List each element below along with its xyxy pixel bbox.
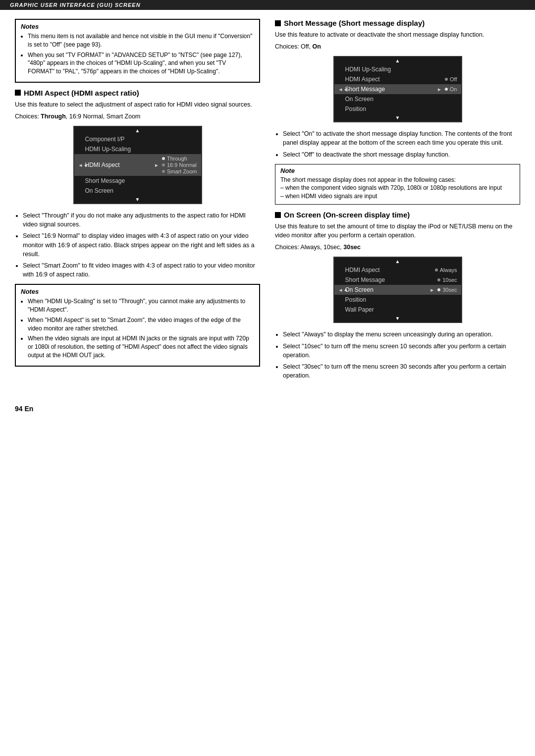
main-content: Notes This menu item is not available an… — [0, 10, 535, 400]
hdmi-aspect-body: Use this feature to select the adjustmen… — [15, 100, 260, 109]
note-line1: The short message display does not appea… — [280, 176, 515, 184]
choices-pre: Choices: Off, — [275, 43, 313, 50]
menu-top-arrow: ▲ — [334, 258, 461, 265]
on-screen-body: Use this feature to set the amount of ti… — [275, 222, 520, 240]
left-column: Notes This menu item is not available an… — [15, 19, 260, 385]
menu-row-position2: Position — [334, 295, 461, 305]
menu-row-short-msg2: ◄◄ Short Message ► On — [334, 84, 461, 94]
choices-bold: On — [313, 43, 321, 50]
menu-row-component: Component I/P — [74, 134, 201, 144]
note-line3: – when HDMI video signals are input — [280, 192, 515, 201]
square-bullet-icon — [275, 20, 281, 26]
menu-row-on-screen: On Screen — [74, 186, 201, 196]
menu-row-short-msg: Short Message — [74, 176, 201, 186]
short-message-menu: ▲ HDMI Up-Scaling HDMI Aspect Off ◄◄ — [333, 56, 462, 122]
bullet-item: Select "Smart Zoom" to fit video images … — [23, 261, 260, 279]
bullet-item: Select "Through" if you do not make any … — [23, 211, 260, 229]
hdmi-aspect-heading: HDMI Aspect (HDMI aspect ratio) — [15, 89, 260, 97]
bullet-item: Select "16:9 Normal" to display video im… — [23, 231, 260, 258]
short-message-body1: Use this feature to activate or deactiva… — [275, 31, 484, 38]
hdmi-aspect-choices: Choices: Through, 16:9 Normal, Smart Zoo… — [15, 112, 260, 121]
choices-label: Choices: — [15, 113, 41, 120]
notes-list-bottom: When "HDMI Up-Scaling" is set to "Throug… — [21, 297, 254, 360]
short-message-choices: Choices: Off, On — [275, 42, 520, 51]
note-item: When you set "TV FORMAT" in "ADVANCED SE… — [28, 51, 254, 76]
note-box: Note The short message display does not … — [275, 164, 520, 205]
bullet-item: Select "Off" to deactivate the short mes… — [283, 150, 520, 159]
on-screen-choices: Choices: Always, 10sec, 30sec — [275, 243, 520, 252]
short-message-heading: Short Message (Short message display) — [275, 19, 520, 27]
bullet-item: Select "On" to activate the short messag… — [283, 129, 520, 147]
on-screen-section: On Screen (On-screen display time) Use t… — [275, 211, 520, 323]
short-message-bullets: Select "On" to activate the short messag… — [275, 129, 520, 159]
note-item: When the video signals are input at HDMI… — [28, 334, 254, 359]
note-item: When "HDMI Up-Scaling" is set to "Throug… — [28, 297, 254, 314]
hdmi-aspect-menu: ▲ Component I/P HDMI Up-Scaling ◄◄ HDM — [73, 126, 202, 204]
hdmi-aspect-title: HDMI Aspect (HDMI aspect ratio) — [24, 89, 139, 97]
square-bullet-icon — [15, 90, 21, 96]
bullet-item: Select "10sec" to turn off the menu scre… — [283, 342, 520, 360]
menu-bottom-arrow: ▼ — [334, 315, 461, 322]
menu-top-arrow: ▲ — [74, 127, 201, 134]
notes-title-bottom: Notes — [21, 288, 254, 295]
notes-title-top: Notes — [21, 23, 254, 30]
menu-row-hdmi-aspect2: HDMI Aspect Off — [334, 74, 461, 84]
hdmi-aspect-body1: Use this feature to select the adjustmen… — [15, 101, 252, 108]
square-bullet-icon — [275, 212, 281, 218]
notes-box-bottom: Notes When "HDMI Up-Scaling" is set to "… — [15, 284, 260, 367]
page-number: 94 En — [15, 405, 33, 413]
menu-bottom-arrow: ▼ — [334, 114, 461, 121]
menu-row-on-screen3: ◄◄ On Screen ► 30sec — [334, 285, 461, 295]
bullet-item: Select "Always" to display the menu scre… — [283, 330, 520, 339]
page-footer: 94 En — [0, 400, 535, 418]
short-message-body: Use this feature to activate or deactiva… — [275, 30, 520, 39]
menu-row-hdmi-aspect3: HDMI Aspect Always — [334, 265, 461, 275]
page: GRAPHIC USER INTERFACE (GUI) SCREEN Note… — [0, 0, 535, 756]
on-screen-title: On Screen (On-screen display time) — [284, 211, 410, 219]
menu-row-on-screen2: On Screen — [334, 94, 461, 104]
menu-top-arrow: ▲ — [334, 57, 461, 64]
header-bar: GRAPHIC USER INTERFACE (GUI) SCREEN — [0, 0, 535, 10]
on-screen-heading: On Screen (On-screen display time) — [275, 211, 520, 219]
menu-row-upscaling2: HDMI Up-Scaling — [334, 64, 461, 74]
menu-row-upscaling: HDMI Up-Scaling — [74, 144, 201, 154]
notes-box-top: Notes This menu item is not available an… — [15, 19, 260, 83]
note-item: This menu item is not available and henc… — [28, 32, 254, 49]
hdmi-aspect-bullets: Select "Through" if you do not make any … — [15, 211, 260, 279]
header-title: GRAPHIC USER INTERFACE (GUI) SCREEN — [10, 2, 141, 8]
menu-bottom-arrow: ▼ — [74, 196, 201, 203]
on-screen-body1: Use this feature to set the amount of ti… — [275, 223, 512, 239]
on-screen-bullets: Select "Always" to display the menu scre… — [275, 330, 520, 380]
menu-row-hdmi-aspect: ◄◄ HDMI Aspect ► Through 16:9 Normal Sma… — [74, 154, 201, 176]
menu-row-wallpaper: Wall Paper — [334, 305, 461, 315]
choices-bold: 30sec — [343, 244, 361, 251]
short-message-section: Short Message (Short message display) Us… — [275, 19, 520, 122]
hdmi-aspect-section: HDMI Aspect (HDMI aspect ratio) Use this… — [15, 89, 260, 204]
menu-row-short-msg3: Short Message 10sec — [334, 275, 461, 285]
choices-rest: , 16:9 Normal, Smart Zoom — [66, 113, 141, 120]
note-line2: – when the component video signals with … — [280, 184, 515, 192]
note-item: When "HDMI Aspect" is set to "Smart Zoom… — [28, 316, 254, 333]
choices-pre: Choices: Always, 10sec, — [275, 244, 343, 251]
short-message-title: Short Message (Short message display) — [284, 19, 425, 27]
notes-list-top: This menu item is not available and henc… — [21, 32, 254, 76]
note-title: Note — [280, 167, 515, 174]
right-column: Short Message (Short message display) Us… — [275, 19, 520, 385]
bullet-item: Select "30sec" to turn off the menu scre… — [283, 362, 520, 380]
choices-bold: Through — [41, 113, 66, 120]
menu-row-position: Position — [334, 104, 461, 114]
on-screen-menu: ▲ HDMI Aspect Always Short Message 10sec — [333, 257, 462, 323]
